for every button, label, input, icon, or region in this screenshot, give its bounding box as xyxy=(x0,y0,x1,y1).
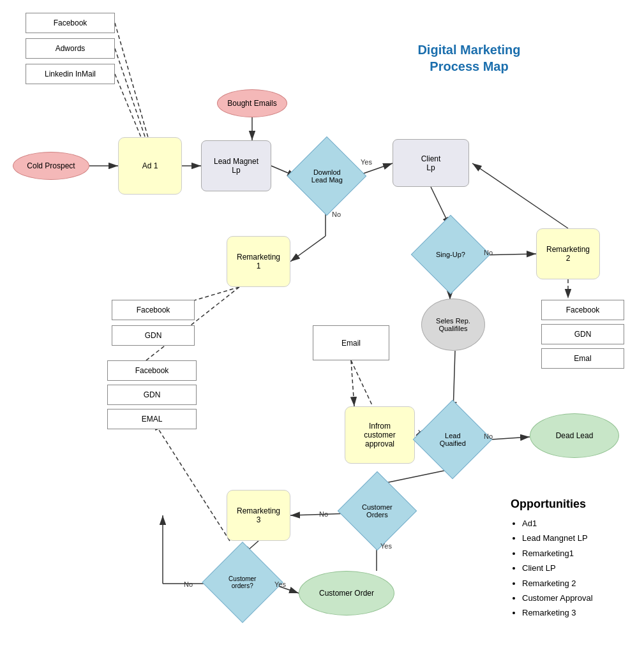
email-box: Email xyxy=(313,325,389,360)
no-label-4: No xyxy=(319,510,328,518)
client-lp-box: Client Lp xyxy=(393,139,469,187)
opp-item-4: Client LP xyxy=(522,561,593,575)
opportunities-section: Opportunities Ad1 Lead Mangnet LP Remark… xyxy=(511,498,593,621)
bought-emails-oval: Bought Emails xyxy=(217,89,287,117)
cold-prospect-oval: Cold Prospect xyxy=(13,152,89,180)
download-lead-mag-diamond: DownlodLead Mag xyxy=(287,136,366,216)
no-label-5: No xyxy=(184,580,193,588)
opp-item-5: Remarketing 2 xyxy=(522,576,593,591)
lead-magnet-lp-box: Lead Magnet Lp xyxy=(201,140,271,191)
svg-line-33 xyxy=(472,163,568,228)
opp-item-2: Lead Mangnet LP xyxy=(522,531,593,545)
svg-line-32 xyxy=(153,421,230,541)
yes-label-4: Yes xyxy=(274,580,286,588)
yes-label-1: Yes xyxy=(361,158,372,166)
inform-customer-box: Infrom customer approval xyxy=(345,406,415,464)
svg-line-11 xyxy=(290,236,326,262)
seles-rep-oval: Seles Rep. Qualifiles xyxy=(421,299,485,351)
no-label-3: No xyxy=(484,432,493,440)
adwords-box: Adwords xyxy=(26,38,115,59)
ad1-box: Ad 1 xyxy=(118,137,182,195)
facebook-box-3: Facebook xyxy=(107,360,197,381)
svg-line-19 xyxy=(351,360,354,406)
yes-label-3: Yes xyxy=(380,542,392,550)
remarketing2-box: Remarketing 2 xyxy=(536,228,600,279)
page-title: Digital MarketingProcess Map xyxy=(396,41,543,75)
facebook-box-2: Facebook xyxy=(112,300,195,320)
opp-item-1: Ad1 xyxy=(522,516,593,531)
lead-qualified-diamond: LeadQuaified xyxy=(413,400,492,479)
emal-box-2: Emal xyxy=(541,348,624,369)
no-label-1: No xyxy=(332,210,341,218)
emal-box-1: EMAL xyxy=(107,409,197,429)
opportunities-title: Opportunities xyxy=(511,498,593,511)
facebook-box-1: Facebook xyxy=(26,13,115,33)
gdn-box-2: GDN xyxy=(107,385,197,405)
facebook-box-4: Facebook xyxy=(541,300,624,320)
opp-item-7: Remarketing 3 xyxy=(522,605,593,620)
customer-orders-diamond: CustomerOrders xyxy=(338,471,417,550)
customer-orders2-diamond: Customerorders? xyxy=(202,542,283,623)
opp-item-3: Remarketing1 xyxy=(522,546,593,561)
gdn-box-1: GDN xyxy=(112,325,195,346)
linkedin-box: Linkedin InMail xyxy=(26,64,115,84)
no-label-2: No xyxy=(484,249,493,256)
opportunities-list: Ad1 Lead Mangnet LP Remarketing1 Client … xyxy=(511,516,593,621)
remarketing3-box: Remarketing 3 xyxy=(227,490,290,541)
opp-item-6: Customer Approval xyxy=(522,591,593,605)
gdn-box-3: GDN xyxy=(541,324,624,344)
signup-diamond: Sing-Up? xyxy=(411,215,490,294)
remarketing1-box: Remarketing 1 xyxy=(227,236,290,287)
customer-order-final-oval: Customer Order xyxy=(299,571,394,616)
dead-lead-oval: Dead Lead xyxy=(530,413,619,458)
